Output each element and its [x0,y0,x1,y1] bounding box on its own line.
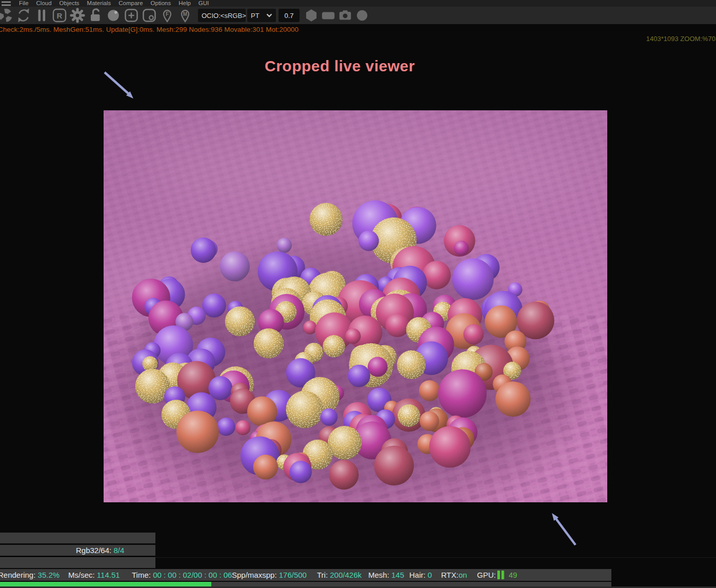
rgb-value: 8/4 [113,546,124,555]
gamma-input[interactable]: 0.7 [279,9,300,22]
refresh-icon[interactable] [15,7,32,24]
rounded-rect-icon[interactable] [320,7,336,24]
spp-stat: Spp/maxspp: 176/500 [232,569,307,581]
material-pin-icon[interactable]: M [176,7,193,24]
rendering-stat: Rendering: 35.2% [0,569,59,581]
render-progress-fill [0,582,211,586]
toolbar: R [0,7,716,24]
svg-text:R: R [56,11,62,20]
mesh-stat: Mesh: 145 [368,569,404,581]
menu-objects[interactable]: Objects [59,0,79,7]
render-viewport[interactable] [104,110,607,502]
camera-icon[interactable] [336,7,353,24]
render-progress-track [0,582,611,586]
pause-icon[interactable] [33,7,50,24]
region-pick-icon[interactable] [141,7,157,24]
focus-pin-icon[interactable]: F [158,7,175,24]
menu-gui[interactable]: GUI [198,0,209,7]
settings-gear-icon[interactable] [69,7,86,24]
toolbar-right-icons [303,7,370,24]
menu-help[interactable]: Help [178,0,191,7]
menu-options[interactable]: Options [151,0,171,7]
viewer-title: Cropped live viewer [265,57,415,75]
rgb-label: Rgb32/64: [76,546,113,555]
geometry-stats-line: Check:2ms./5ms. MeshGen:51ms. Update[G]:… [0,26,716,33]
restart-render-icon[interactable]: R [51,7,68,24]
rtx-stat: RTX:on [441,569,467,581]
gpu-stat: GPU: 49 [477,569,517,581]
svg-text:M: M [183,11,187,17]
toolbar-left-icons: R [0,7,193,24]
resolution-zoom-readout: 1403*1093 ZOOM:%70 [646,35,715,43]
render-status-bar: Rendering: 35.2% Ms/sec: 114.51 Time: 00… [0,569,611,581]
ms-sec-stat: Ms/sec: 114.51 [68,569,120,581]
gpu-usage-value: 49 [509,569,518,581]
region-add-icon[interactable] [123,7,140,24]
menu-materials[interactable]: Materials [87,0,111,7]
time-stat: Time: 00 : 00 : 02/00 : 00 : 06 [132,569,232,581]
menu-bar: File Cloud Objects Materials Compare Opt… [0,0,716,7]
ocio-value: OCIO:<sRGB> [202,12,246,19]
kernel-value: PT [251,12,260,19]
hexagon-icon[interactable] [303,7,320,24]
hair-stat: Hair: 0 [409,569,432,581]
panel-divider [0,557,716,558]
render-sphere-icon[interactable] [105,7,122,24]
octane-logo-icon[interactable] [0,7,14,24]
svg-text:F: F [165,11,168,17]
circle-icon[interactable] [353,7,370,24]
grey-rgb-row: Grey8/16: 1/0 Rgb32/64: 8/4 [0,545,155,556]
vram-row: Used/free/total vram: 2.077Gb/17.361Gb/2… [0,557,155,568]
lock-open-icon[interactable] [87,7,104,24]
gpu-activity-meter [498,569,504,581]
octane-live-viewer-window: File Cloud Objects Materials Compare Opt… [0,0,716,588]
annotation-arrow-bottom-right [547,509,581,549]
menu-file[interactable]: File [19,0,29,7]
menu-cloud[interactable]: Cloud [36,0,52,7]
tri-stat: Tri: 200/426k [317,569,362,581]
chevron-down-icon [266,13,272,17]
hamburger-menu-icon[interactable] [1,1,11,7]
annotation-arrow-top-left [101,70,137,103]
kernel-select[interactable]: PT [247,9,276,22]
out-of-core-row: Out-of-core used/max:0Kb/4Gb [0,533,155,543]
menu-compare[interactable]: Compare [118,0,143,7]
ocio-colorspace-select[interactable]: OCIO:<sRGB> [198,9,246,22]
